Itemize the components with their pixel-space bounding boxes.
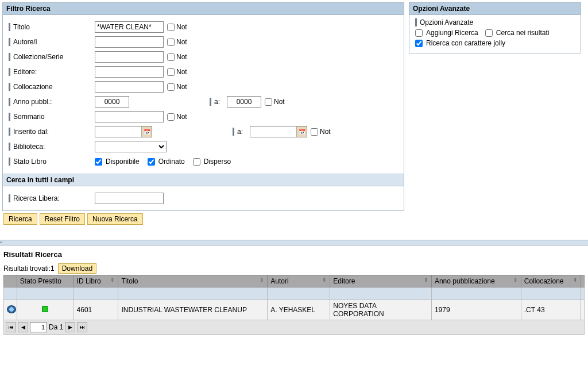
label-sommario: Sommario (9, 113, 95, 121)
table-row[interactable]: 4601 INDUSTRIAL WASTEWATER CLEANUP A. YE… (4, 300, 585, 320)
results-found: Risultati trovati:1 (3, 264, 55, 273)
reset-button[interactable]: Reset Filtro (40, 213, 85, 225)
not-sommario[interactable] (167, 113, 175, 121)
input-autore[interactable] (95, 36, 164, 48)
not-inserito[interactable] (311, 128, 318, 136)
not-autore[interactable] (167, 39, 175, 46)
options-panel: Opzioni Avanzate Opzioni Avanzate Aggiun… (409, 2, 581, 53)
input-inserito-from[interactable] (95, 126, 141, 137)
not-editore[interactable] (167, 68, 175, 76)
cb-ordinato[interactable] (148, 158, 155, 166)
input-ricerca-libera[interactable] (95, 193, 164, 204)
input-editore[interactable] (95, 66, 164, 78)
results-table: Stato Prestito ID Libro⇕ Titolo⇕ Autori⇕… (3, 275, 585, 320)
not-label: Not (176, 23, 187, 31)
label-ricerca-libera: Ricerca Libera: (9, 194, 95, 202)
cell-titolo: INDUSTRIAL WASTEWATER CLEANUP (118, 300, 268, 320)
label-editore: Editore: (9, 68, 95, 76)
not-anno[interactable] (265, 98, 272, 106)
label-stato-libro: Stato Libro (9, 158, 95, 166)
cell-anno: 1979 (431, 300, 521, 320)
options-header: Opzioni Avanzate (409, 3, 581, 15)
download-button[interactable]: Download (58, 263, 96, 274)
label-inserito-to: a: (233, 128, 250, 136)
label-inserito-from: Inserito dal: (9, 128, 95, 136)
col-stato-prestito[interactable]: Stato Prestito (17, 275, 74, 287)
cb-jolly[interactable] (415, 40, 423, 47)
nuova-button[interactable]: Nuova Ricerca (87, 213, 143, 225)
label-collezione: Collezione/Serie (9, 53, 95, 61)
table-filter-row (4, 287, 585, 300)
pager-first[interactable]: ⏮ (6, 322, 16, 332)
calendar-icon[interactable]: 📅 (141, 126, 152, 137)
cb-cerca-nei-risultati[interactable] (485, 29, 493, 37)
cell-collocazione: .CT 43 (521, 300, 581, 320)
input-collezione[interactable] (95, 51, 164, 63)
cell-autori: A. YEHASKEL (268, 300, 330, 320)
cell-id: 4601 (74, 300, 118, 320)
not-collezione[interactable] (167, 53, 175, 61)
input-collocazione[interactable] (95, 81, 164, 93)
cb-aggiungi-ricerca[interactable] (415, 29, 423, 37)
status-green-icon (42, 306, 48, 312)
input-sommario[interactable] (95, 111, 164, 122)
col-titolo[interactable]: Titolo⇕ (118, 275, 268, 287)
label-autore: Autore/i (9, 38, 95, 46)
col-editore[interactable]: Editore⇕ (330, 275, 432, 287)
label-collocazione: Collocazione (9, 83, 95, 91)
not-collocazione[interactable] (167, 83, 175, 91)
select-biblioteca[interactable] (95, 141, 167, 152)
filter-header: Filtro Ricerca (3, 3, 404, 15)
input-inserito-to[interactable] (250, 126, 296, 137)
ricerca-button[interactable]: Ricerca (3, 213, 37, 225)
filter-panel: Filtro Ricerca Titolo Not Autore/i Not C… (2, 2, 404, 211)
col-id-libro[interactable]: ID Libro⇕ (74, 275, 118, 287)
label-biblioteca: Biblioteca: (9, 143, 95, 151)
free-search-header: Cerca in tutti i campi (3, 174, 404, 186)
options-title: Opzioni Avanzate (415, 18, 575, 26)
col-collocazione[interactable]: Collocazione⇕ (521, 275, 581, 287)
label-titolo: Titolo (9, 23, 95, 31)
cb-disponibile[interactable] (95, 158, 102, 166)
col-anno[interactable]: Anno pubblicazione⇕ (431, 275, 521, 287)
cb-disperso[interactable] (193, 158, 200, 166)
col-extra (581, 275, 584, 287)
pager-page-input[interactable] (30, 322, 47, 332)
input-titolo[interactable] (95, 21, 164, 33)
pager-next[interactable]: ▶ (65, 322, 75, 332)
not-titolo[interactable] (167, 24, 175, 31)
label-anno-from: Anno pubbl.: (9, 98, 95, 106)
magnifier-icon[interactable] (7, 305, 16, 313)
calendar-icon[interactable]: 📅 (296, 126, 307, 137)
col-action[interactable] (4, 275, 17, 287)
pager: ⏮ ◀ Da 1 ▶ ⏭ (3, 320, 585, 335)
pager-of: Da 1 (49, 323, 63, 331)
pager-prev[interactable]: ◀ (18, 322, 28, 332)
section-separator (0, 240, 588, 246)
cell-editore: NOYES DATA CORPORATION (330, 300, 432, 320)
input-anno-from[interactable] (95, 96, 129, 108)
col-autori[interactable]: Autori⇕ (268, 275, 330, 287)
input-anno-to[interactable] (227, 96, 261, 108)
results-title: Risultati Ricerca (3, 250, 585, 259)
pager-last[interactable]: ⏭ (77, 322, 87, 332)
label-anno-to: a: (210, 98, 227, 106)
